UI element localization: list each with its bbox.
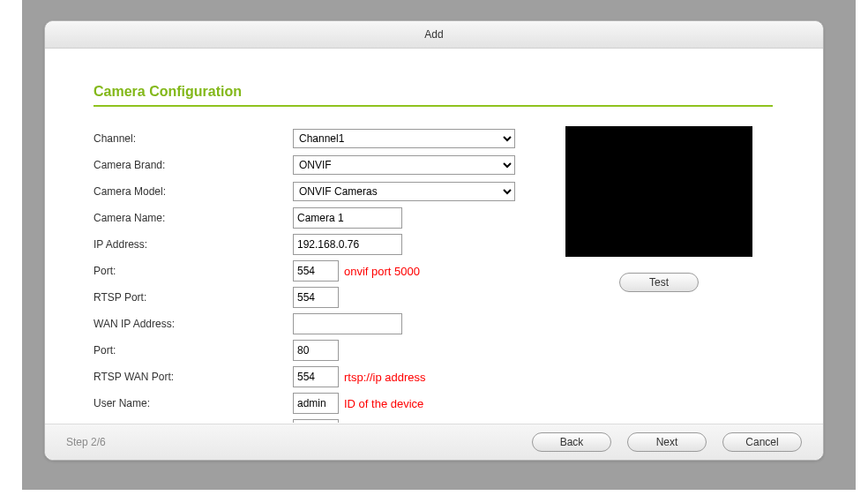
section-title: Camera Configuration xyxy=(94,84,774,100)
label-brand: Camera Brand: xyxy=(94,159,293,171)
back-button[interactable]: Back xyxy=(532,432,611,452)
label-port: Port: xyxy=(94,265,293,277)
username-input[interactable] xyxy=(293,393,339,414)
next-button[interactable]: Next xyxy=(627,432,707,452)
annotation-user: ID of the device xyxy=(344,397,423,410)
dialog-body: Camera Configuration Channel: Channel1 C… xyxy=(45,49,823,423)
camera-model-select[interactable]: ONVIF Cameras xyxy=(293,182,515,201)
test-button[interactable]: Test xyxy=(619,273,699,292)
rtsp-port-input[interactable] xyxy=(293,287,339,308)
dialog-title: Add xyxy=(45,21,823,49)
camera-preview xyxy=(565,126,752,257)
rtsp-wan-port-input[interactable] xyxy=(293,366,339,387)
channel-select[interactable]: Channel1 xyxy=(293,129,515,148)
add-camera-dialog: Add Camera Configuration Channel: Channe… xyxy=(44,20,824,461)
label-ip: IP Address: xyxy=(94,238,293,251)
dialog-footer: Step 2/6 Back Next Cancel xyxy=(45,424,823,460)
camera-name-input[interactable] xyxy=(293,207,402,229)
section-divider xyxy=(94,105,773,107)
label-name: Camera Name: xyxy=(94,212,293,224)
annotation-rtsp-wan-port: rtsp://ip address xyxy=(344,371,426,384)
label-user: User Name: xyxy=(94,397,293,409)
label-channel: Channel: xyxy=(94,132,293,145)
label-model: Camera Model: xyxy=(94,185,293,198)
camera-brand-select[interactable]: ONVIF xyxy=(293,155,515,175)
label-rtsp-wan-port: RTSP WAN Port: xyxy=(94,371,293,383)
wan-port-input[interactable] xyxy=(293,340,339,361)
ip-address-input[interactable] xyxy=(293,234,402,255)
step-indicator: Step 2/6 xyxy=(66,436,106,448)
port-input[interactable] xyxy=(293,260,339,282)
wan-ip-input[interactable] xyxy=(293,313,402,334)
password-input[interactable] xyxy=(293,419,339,423)
label-rtsp-port: RTSP Port: xyxy=(94,291,293,304)
form-column: Channel: Channel1 Camera Brand: ONVIF xyxy=(94,126,535,423)
label-wan-port: Port: xyxy=(94,344,293,357)
cancel-button[interactable]: Cancel xyxy=(722,432,802,452)
annotation-port: onvif port 5000 xyxy=(344,265,420,278)
label-wan-ip: WAN IP Address: xyxy=(94,318,293,330)
